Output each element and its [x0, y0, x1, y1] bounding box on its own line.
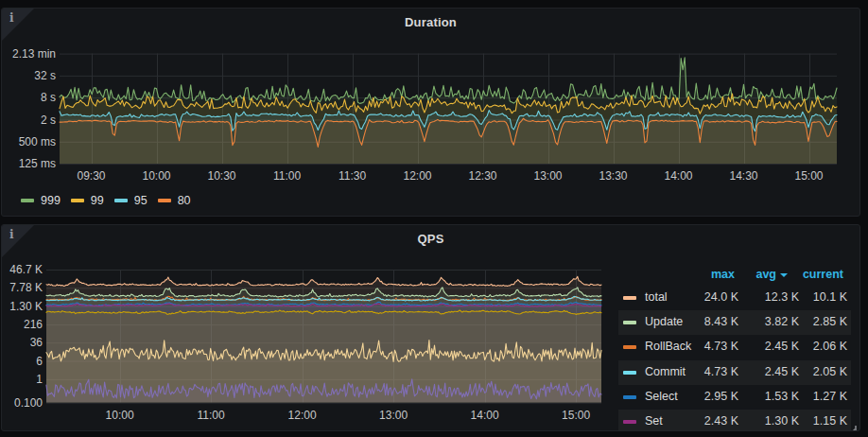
legend-label: 99	[91, 194, 104, 207]
x-axis-label: 14:00	[651, 169, 707, 183]
y-axis-label: 216	[2, 318, 43, 331]
legend-row-Select[interactable]: Select2.95 K1.53 K1.27 K	[618, 385, 851, 410]
legend-swatch-icon	[21, 199, 34, 202]
x-axis-label: 14:30	[716, 169, 773, 183]
legend-row-Set[interactable]: Set2.43 K1.30 K1.15 K	[618, 410, 851, 431]
y-axis-label: 2 s	[2, 114, 56, 127]
legend-column-header-current[interactable]: current	[768, 268, 843, 281]
legend-value-current: 10.1 K	[772, 290, 847, 304]
x-axis-label: 13:00	[520, 169, 577, 183]
x-axis-label: 10:30	[194, 169, 251, 183]
x-axis-label: 11:30	[324, 169, 381, 183]
legend-swatch-icon	[623, 371, 636, 375]
legend-value-current: 2.06 K	[772, 340, 847, 353]
y-axis-label: 46.7 K	[2, 263, 43, 276]
x-axis-label: 15:00	[547, 409, 604, 422]
x-axis-label: 12:30	[455, 169, 512, 183]
x-axis-label: 11:00	[182, 409, 239, 422]
series-line-999	[60, 58, 837, 104]
panel-qps: i QPS 46.7 K7.78 K1.30 K21636610.10010:0…	[1, 224, 860, 431]
legend-column-header-label: current	[803, 268, 843, 281]
y-axis-label: 500 ms	[2, 135, 56, 149]
y-axis-label: 36	[2, 336, 43, 349]
legend-item-80[interactable]: 80	[158, 194, 191, 207]
panel-resize-handle[interactable]	[848, 420, 857, 428]
resize-corner-icon	[848, 425, 857, 431]
legend-swatch-icon	[71, 199, 84, 202]
legend-series-label[interactable]: Set	[645, 414, 663, 428]
legend-value-current: 2.05 K	[772, 365, 847, 378]
legend-value-current: 1.15 K	[772, 414, 847, 428]
y-axis-label: 32 s	[2, 69, 56, 82]
y-axis-label: 1	[2, 373, 43, 386]
y-axis-label: 7.78 K	[2, 281, 43, 294]
legend-label: 999	[41, 194, 61, 207]
legend-item-99[interactable]: 99	[71, 194, 104, 207]
legend-label: 95	[134, 194, 148, 207]
y-axis-label: 8 s	[2, 91, 56, 104]
legend-value-current: 2.85 K	[772, 315, 847, 328]
panel-duration: i Duration 2.13 min32 s8 s2 s500 ms125 m…	[1, 8, 860, 217]
y-axis-label: 1.30 K	[2, 300, 43, 313]
legend-item-95[interactable]: 95	[114, 194, 148, 207]
legend-swatch-icon	[623, 420, 636, 424]
legend-item-999[interactable]: 999	[21, 194, 61, 207]
legend-swatch-icon	[114, 199, 128, 202]
x-axis-label: 09:30	[63, 169, 120, 183]
legend-row-total[interactable]: total24.0 K12.3 K10.1 K	[618, 286, 851, 310]
y-axis-label: 0.100	[2, 396, 43, 410]
x-axis-label: 12:00	[274, 409, 331, 422]
duration-plot	[2, 9, 859, 214]
legend-swatch-icon	[623, 395, 636, 399]
x-axis-label: 14:00	[457, 409, 513, 422]
x-axis-label: 15:00	[781, 169, 838, 183]
legend-value-current: 1.27 K	[772, 390, 847, 403]
duration-chart[interactable]: 2.13 min32 s8 s2 s500 ms125 ms09:3010:00…	[2, 9, 859, 216]
legend-swatch-icon	[623, 296, 636, 300]
legend-swatch-icon	[623, 321, 636, 324]
x-axis-label: 13:30	[585, 169, 642, 183]
x-axis-label: 13:00	[365, 409, 422, 422]
x-axis-label: 10:00	[129, 169, 185, 183]
legend-row-Commit[interactable]: Commit4.73 K2.45 K2.05 K	[618, 360, 851, 385]
y-axis-label: 125 ms	[2, 157, 56, 170]
qps-legend-table: maxavgcurrenttotal24.0 K12.3 K10.1 KUpda…	[618, 266, 851, 431]
y-axis-label: 6	[2, 355, 43, 368]
legend-label: 80	[178, 194, 191, 207]
duration-legend: 999999580	[21, 193, 201, 208]
x-axis-label: 12:00	[390, 169, 446, 183]
x-axis-label: 10:00	[92, 409, 148, 422]
legend-row-RollBack[interactable]: RollBack4.73 K2.45 K2.06 K	[618, 335, 851, 359]
legend-swatch-icon	[158, 199, 171, 202]
legend-row-Update[interactable]: Update8.43 K3.82 K2.85 K	[618, 310, 851, 335]
legend-swatch-icon	[623, 345, 636, 349]
y-axis-label: 2.13 min	[2, 47, 56, 61]
x-axis-label: 11:00	[259, 169, 316, 183]
